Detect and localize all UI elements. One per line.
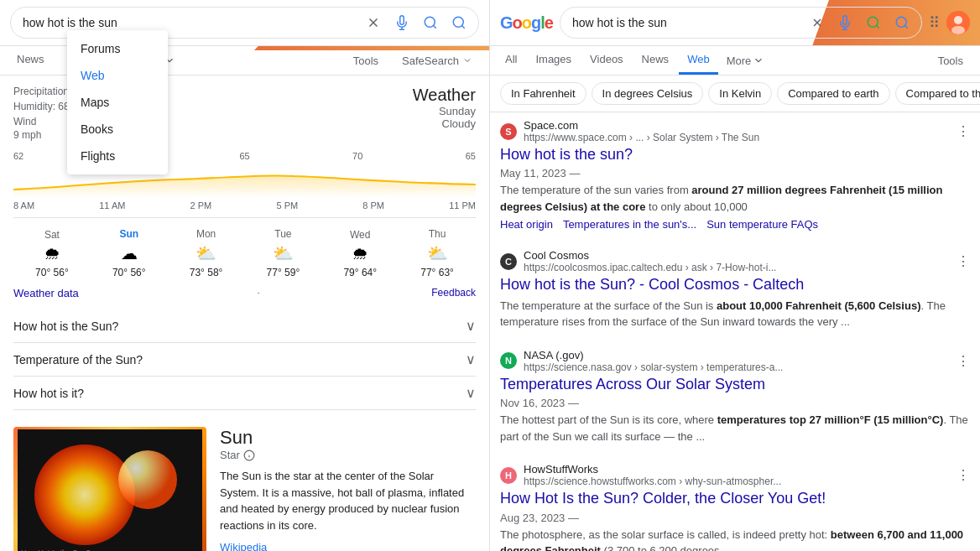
source-icon-coolcosmos: C xyxy=(500,253,517,270)
tab-web-right[interactable]: Web xyxy=(679,46,718,75)
dropdown-item-forums[interactable]: Forums xyxy=(67,35,168,62)
result-title-space[interactable]: How hot is the sun? xyxy=(500,145,970,164)
svg-point-4 xyxy=(425,17,435,27)
result-howstuffworks: H HowStuffWorks https://science.howstuff… xyxy=(500,463,970,551)
result-link-heat-origin[interactable]: Heat origin xyxy=(500,218,553,231)
dropdown-menu: Forums Web Maps Books Flights xyxy=(67,30,168,174)
chevron-icon-3: ∨ xyxy=(466,385,476,401)
sun-wiki-link[interactable]: Wikipedia xyxy=(220,541,267,551)
user-avatar[interactable] xyxy=(946,11,970,34)
source-name-nasa: NASA (.gov) xyxy=(524,349,783,361)
search-button-left[interactable] xyxy=(448,12,470,34)
svg-point-26 xyxy=(896,17,906,27)
filter-fahrenheit[interactable]: In Fahrenheit xyxy=(500,82,586,105)
result-snippet-space: The temperature of the sun varies from a… xyxy=(500,182,970,215)
sun-image-svg: How Hot Is the Sun? xyxy=(18,429,202,552)
filter-chips-row: In Fahrenheit In degrees Celsius In Kelv… xyxy=(490,75,980,112)
result-link-temperatures[interactable]: Temperatures in the sun's... xyxy=(563,218,696,231)
source-url-space: https://www.space.com › ... › Solar Syst… xyxy=(524,132,759,143)
more-tabs-button-right[interactable]: More xyxy=(720,48,772,74)
tab-news-left[interactable]: News xyxy=(7,46,55,75)
lens-button-left[interactable] xyxy=(420,12,441,34)
more-button-coolcosmos[interactable]: ⋮ xyxy=(957,253,970,269)
source-url-hsw: https://science.howstuffworks.com › why-… xyxy=(524,476,781,487)
voice-search-button-left[interactable] xyxy=(391,12,413,34)
tab-all-right[interactable]: All xyxy=(497,46,525,75)
result-date-space: May 11, 2023 — xyxy=(500,167,970,179)
forecast-mon[interactable]: Mon ⛅ 73° 58° xyxy=(168,225,245,282)
more-button-hsw[interactable]: ⋮ xyxy=(957,467,970,483)
svg-line-5 xyxy=(433,25,435,28)
filter-compared-sun[interactable]: Compared to the sun xyxy=(895,82,980,105)
dropdown-item-web[interactable]: Web xyxy=(67,62,168,89)
tab-videos-right[interactable]: Videos xyxy=(581,46,632,75)
forecast-tue[interactable]: Tue ⛅ 77° 59° xyxy=(244,225,321,282)
source-name-space: Space.com xyxy=(524,119,759,132)
sun-name: Sun xyxy=(220,427,476,449)
dropdown-item-maps[interactable]: Maps xyxy=(67,89,168,116)
sun-main-image: How Hot Is the Sun? xyxy=(13,427,206,551)
sun-details-section: Sun Star The Sun is the star at the cent… xyxy=(220,427,476,551)
result-title-hsw[interactable]: How Hot Is the Sun? Colder, the Closer Y… xyxy=(500,489,970,508)
result-title-coolcosmos[interactable]: How hot is the Sun? - Cool Cosmos - Calt… xyxy=(500,275,970,294)
clear-button-right[interactable] xyxy=(807,13,827,33)
sun-type: Star xyxy=(220,449,476,461)
sun-description: The Sun is the star at the center of the… xyxy=(220,468,476,533)
svg-point-24 xyxy=(868,17,878,27)
source-name-coolcosmos: Cool Cosmos xyxy=(524,249,776,262)
dropdown-item-books[interactable]: Books xyxy=(67,116,168,143)
weather-feedback-link[interactable]: Feedback xyxy=(431,287,476,299)
svg-point-29 xyxy=(954,16,962,24)
sun-images-section: How Hot Is the Sun? xyxy=(13,427,206,551)
svg-line-25 xyxy=(876,25,878,28)
result-title-nasa[interactable]: Temperatures Across Our Solar System xyxy=(500,375,970,394)
result-nasa: N NASA (.gov) https://science.nasa.gov ›… xyxy=(500,349,970,448)
tools-button-right[interactable]: Tools xyxy=(928,48,973,74)
more-button-nasa[interactable]: ⋮ xyxy=(957,353,970,369)
svg-point-9 xyxy=(34,444,135,545)
forecast-sat[interactable]: Sat 🌧 70° 56° xyxy=(13,226,91,282)
filter-kelvin[interactable]: In Kelvin xyxy=(708,82,772,105)
source-icon-nasa: N xyxy=(500,352,517,369)
result-cool-cosmos: C Cool Cosmos https://coolcosmos.ipac.ca… xyxy=(500,249,970,333)
source-icon-hsw: H xyxy=(500,467,517,484)
dropdown-item-flights[interactable]: Flights xyxy=(67,143,168,169)
clear-button-left[interactable] xyxy=(362,12,384,34)
lens-button-right[interactable] xyxy=(863,12,884,34)
svg-point-6 xyxy=(453,17,463,27)
svg-point-10 xyxy=(118,450,177,509)
tab-images-right[interactable]: Images xyxy=(527,46,580,75)
svg-line-27 xyxy=(904,25,907,28)
weather-data-link[interactable]: Weather data xyxy=(13,287,79,299)
filter-earth[interactable]: Compared to earth xyxy=(777,82,889,105)
source-url-nasa: https://science.nasa.gov › solar-system … xyxy=(524,361,783,373)
search-results-right: S Space.com https://www.space.com › ... … xyxy=(490,112,980,551)
source-icon-space: S xyxy=(500,123,517,140)
weather-day: Sunday xyxy=(413,105,476,117)
result-snippet-nasa: The hottest part of the Sun is its core,… xyxy=(500,412,970,444)
search-button-right[interactable] xyxy=(891,12,913,34)
result-space-com: S Space.com https://www.space.com › ... … xyxy=(500,119,970,234)
accordion-2[interactable]: Temperature of the Sun? ∨ xyxy=(13,343,476,377)
safesearch-button[interactable]: SafeSearch xyxy=(392,48,482,74)
accordion-1[interactable]: How hot is the Sun? ∨ xyxy=(13,309,476,343)
result-links-space: Heat origin Temperatures in the sun's...… xyxy=(500,218,970,231)
voice-search-button-right[interactable] xyxy=(834,12,856,34)
tab-news-right[interactable]: News xyxy=(633,46,678,75)
forecast-sun[interactable]: Sun ☁ 70° 56° xyxy=(91,225,168,282)
weather-condition: Cloudy xyxy=(413,117,476,130)
tools-button-left[interactable]: Tools xyxy=(343,48,388,74)
more-button-space[interactable]: ⋮ xyxy=(957,123,970,139)
source-name-hsw: HowStuffWorks xyxy=(524,463,781,476)
result-date-nasa: Nov 16, 2023 — xyxy=(500,397,970,409)
forecast-wed[interactable]: Wed 🌧 79° 64° xyxy=(321,226,399,282)
result-link-faqs[interactable]: Sun temperature FAQs xyxy=(706,218,818,231)
forecast-row: Sat 🌧 70° 56° Sun ☁ 70° 56° Mon ⛅ 73° 58… xyxy=(13,217,476,282)
forecast-thu[interactable]: Thu ⛅ 77° 63° xyxy=(399,225,476,282)
apps-icon[interactable]: ⠿ xyxy=(929,13,940,32)
filter-celsius[interactable]: In degrees Celsius xyxy=(592,82,704,105)
accordion-3[interactable]: How hot is it? ∨ xyxy=(13,377,476,410)
search-input-wrapper-right: how hot is the sun xyxy=(560,7,922,39)
chevron-icon-1: ∨ xyxy=(466,318,476,334)
search-query-left: how hot is the sun xyxy=(23,16,356,29)
